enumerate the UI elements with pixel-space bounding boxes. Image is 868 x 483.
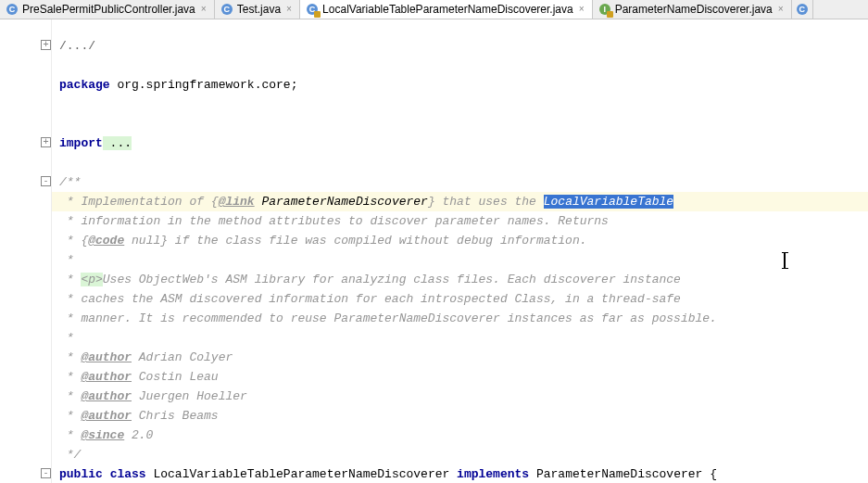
javadoc-author: * @author Juergen Hoeller: [59, 389, 247, 403]
javadoc-line: * information in the method attributes t…: [59, 214, 609, 228]
class-icon: C: [220, 3, 233, 16]
close-icon[interactable]: ×: [284, 5, 294, 14]
interface-icon: I: [598, 3, 611, 16]
tab-presale[interactable]: C PreSalePermitPublicController.java ×: [0, 0, 215, 19]
class-icon: C: [6, 3, 19, 16]
javadoc-line: * manner. It is recommended to reuse Par…: [59, 311, 717, 325]
javadoc-author: * @author Chris Beams: [59, 409, 219, 423]
close-icon[interactable]: ×: [776, 5, 786, 14]
class-icon: C: [796, 3, 809, 16]
javadoc-author: * @author Adrian Colyer: [59, 350, 233, 364]
javadoc-line: * Implementation of {@link ParameterName…: [59, 195, 673, 209]
class-declaration: public class LocalVariableTableParameter…: [52, 464, 868, 483]
tab-label: ParameterNameDiscoverer.java: [615, 3, 773, 16]
import-keyword: import: [59, 136, 103, 150]
javadoc-close: */: [59, 448, 81, 462]
editor[interactable]: + + - - /.../ package org.springframewor…: [0, 19, 868, 483]
tab-label: PreSalePermitPublicController.java: [22, 3, 195, 16]
javadoc-line: * <p>Uses ObjectWeb's ASM library for an…: [59, 273, 681, 286]
javadoc-line: *: [59, 253, 74, 267]
tab-label: Test.java: [237, 3, 281, 16]
selection: LocalVariableTable: [544, 195, 673, 209]
javadoc-line: * {@code null} if the class file was com…: [59, 234, 587, 248]
tab-overflow[interactable]: C: [792, 0, 813, 19]
close-icon[interactable]: ×: [199, 5, 208, 14]
javadoc-author: * @author Costin Leau: [59, 370, 219, 384]
fold-minus-icon[interactable]: -: [41, 176, 51, 186]
tab-test[interactable]: C Test.java ×: [215, 0, 300, 19]
javadoc-since: * @since 2.0: [59, 428, 153, 442]
javadoc-line: *: [59, 331, 74, 345]
javadoc-line: * caches the ASM discovered information …: [59, 292, 681, 306]
fold-plus-icon[interactable]: +: [41, 137, 51, 147]
fold-minus-icon[interactable]: -: [41, 468, 51, 478]
package-name: org.springframework.core;: [110, 78, 298, 92]
tab-paramname[interactable]: I ParameterNameDiscoverer.java ×: [593, 0, 792, 19]
code-area[interactable]: /.../ package org.springframework.core; …: [52, 19, 868, 483]
fold-plus-icon[interactable]: +: [41, 40, 51, 50]
close-icon[interactable]: ×: [577, 5, 586, 14]
lock-icon: [607, 11, 613, 18]
gutter[interactable]: + + - -: [0, 19, 52, 483]
folded-comment: /.../: [59, 39, 95, 53]
lock-icon: [314, 11, 321, 18]
class-icon: C: [306, 3, 319, 16]
tab-bar: C PreSalePermitPublicController.java × C…: [0, 0, 868, 19]
tab-localvar[interactable]: C LocalVariableTableParameterNameDiscove…: [300, 0, 593, 19]
import-ellipsis: ...: [103, 136, 132, 150]
text-caret: [784, 253, 786, 268]
package-keyword: package: [59, 78, 110, 92]
javadoc-open: /**: [59, 175, 81, 189]
tab-label: LocalVariableTableParameterNameDiscovere…: [322, 3, 573, 16]
